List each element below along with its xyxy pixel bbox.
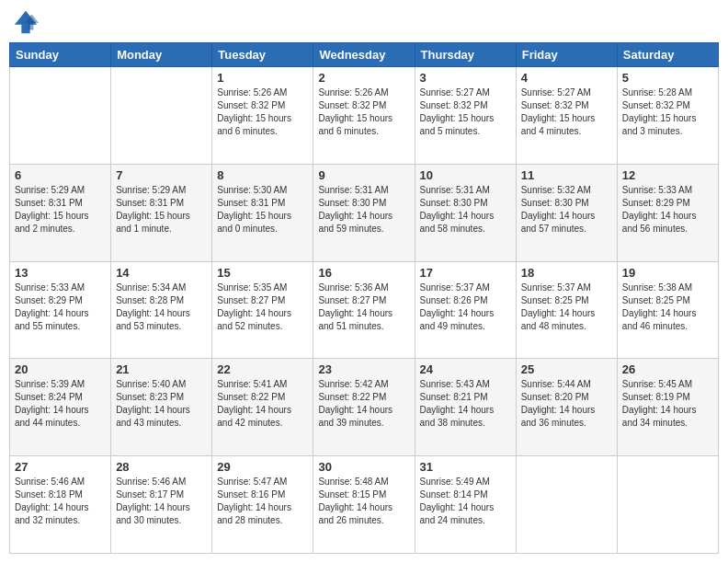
day-number: 31 <box>420 460 511 474</box>
day-number: 24 <box>420 362 511 376</box>
day-number: 7 <box>116 168 207 182</box>
day-number: 4 <box>521 71 612 85</box>
day-detail: Sunrise: 5:46 AM Sunset: 8:17 PM Dayligh… <box>116 476 207 527</box>
calendar-cell: 28Sunrise: 5:46 AM Sunset: 8:17 PM Dayli… <box>111 456 212 554</box>
day-detail: Sunrise: 5:43 AM Sunset: 8:21 PM Dayligh… <box>420 378 511 430</box>
calendar-cell: 2Sunrise: 5:26 AM Sunset: 8:32 PM Daylig… <box>313 67 415 165</box>
day-detail: Sunrise: 5:47 AM Sunset: 8:16 PM Dayligh… <box>217 476 308 527</box>
day-detail: Sunrise: 5:41 AM Sunset: 8:22 PM Dayligh… <box>217 378 308 430</box>
calendar-cell: 18Sunrise: 5:37 AM Sunset: 8:25 PM Dayli… <box>516 261 617 359</box>
day-number: 6 <box>15 168 106 182</box>
day-detail: Sunrise: 5:34 AM Sunset: 8:28 PM Dayligh… <box>116 282 207 333</box>
day-detail: Sunrise: 5:44 AM Sunset: 8:20 PM Dayligh… <box>521 378 612 430</box>
calendar-header-saturday: Saturday <box>617 43 718 67</box>
calendar-cell: 17Sunrise: 5:37 AM Sunset: 8:26 PM Dayli… <box>415 261 516 359</box>
calendar-header-sunday: Sunday <box>10 43 111 67</box>
day-number: 23 <box>318 362 409 376</box>
calendar-cell: 16Sunrise: 5:36 AM Sunset: 8:27 PM Dayli… <box>313 261 415 359</box>
day-number: 10 <box>420 168 511 182</box>
calendar-cell: 15Sunrise: 5:35 AM Sunset: 8:27 PM Dayli… <box>212 261 313 359</box>
calendar-cell: 22Sunrise: 5:41 AM Sunset: 8:22 PM Dayli… <box>212 359 313 456</box>
calendar-cell: 8Sunrise: 5:30 AM Sunset: 8:31 PM Daylig… <box>212 164 313 261</box>
day-detail: Sunrise: 5:33 AM Sunset: 8:29 PM Dayligh… <box>622 184 713 236</box>
calendar-week-4: 20Sunrise: 5:39 AM Sunset: 8:24 PM Dayli… <box>10 359 719 456</box>
calendar-cell: 10Sunrise: 5:31 AM Sunset: 8:30 PM Dayli… <box>415 164 516 261</box>
day-detail: Sunrise: 5:32 AM Sunset: 8:30 PM Dayligh… <box>521 184 612 236</box>
day-detail: Sunrise: 5:46 AM Sunset: 8:18 PM Dayligh… <box>15 476 106 527</box>
day-number: 3 <box>420 71 511 85</box>
calendar-header-friday: Friday <box>516 43 617 67</box>
calendar-header-row: SundayMondayTuesdayWednesdayThursdayFrid… <box>10 43 719 67</box>
day-detail: Sunrise: 5:36 AM Sunset: 8:27 PM Dayligh… <box>318 282 409 333</box>
day-number: 8 <box>217 168 308 182</box>
day-number: 2 <box>318 71 409 85</box>
calendar-cell: 23Sunrise: 5:42 AM Sunset: 8:22 PM Dayli… <box>313 359 415 456</box>
day-number: 21 <box>116 362 207 376</box>
calendar-cell <box>111 67 212 165</box>
calendar-cell: 11Sunrise: 5:32 AM Sunset: 8:30 PM Dayli… <box>516 164 617 261</box>
day-detail: Sunrise: 5:45 AM Sunset: 8:19 PM Dayligh… <box>622 378 713 430</box>
header <box>9 9 719 35</box>
calendar-cell: 31Sunrise: 5:49 AM Sunset: 8:14 PM Dayli… <box>415 456 516 554</box>
day-detail: Sunrise: 5:26 AM Sunset: 8:32 PM Dayligh… <box>318 86 409 138</box>
calendar-cell: 21Sunrise: 5:40 AM Sunset: 8:23 PM Dayli… <box>111 359 212 456</box>
calendar-cell: 14Sunrise: 5:34 AM Sunset: 8:28 PM Dayli… <box>111 261 212 359</box>
day-number: 12 <box>622 168 713 182</box>
calendar-cell: 5Sunrise: 5:28 AM Sunset: 8:32 PM Daylig… <box>617 67 718 165</box>
calendar-cell: 20Sunrise: 5:39 AM Sunset: 8:24 PM Dayli… <box>10 359 111 456</box>
day-detail: Sunrise: 5:30 AM Sunset: 8:31 PM Dayligh… <box>217 184 308 236</box>
day-detail: Sunrise: 5:27 AM Sunset: 8:32 PM Dayligh… <box>521 86 612 138</box>
day-number: 18 <box>521 266 612 280</box>
calendar-cell <box>10 67 111 165</box>
day-number: 20 <box>15 362 106 376</box>
calendar-week-1: 1Sunrise: 5:26 AM Sunset: 8:32 PM Daylig… <box>10 67 719 165</box>
day-detail: Sunrise: 5:28 AM Sunset: 8:32 PM Dayligh… <box>622 86 713 138</box>
day-detail: Sunrise: 5:29 AM Sunset: 8:31 PM Dayligh… <box>116 184 207 236</box>
day-number: 1 <box>217 71 308 85</box>
day-detail: Sunrise: 5:42 AM Sunset: 8:22 PM Dayligh… <box>318 378 409 430</box>
day-detail: Sunrise: 5:33 AM Sunset: 8:29 PM Dayligh… <box>15 282 106 333</box>
day-number: 22 <box>217 362 308 376</box>
calendar-cell: 27Sunrise: 5:46 AM Sunset: 8:18 PM Dayli… <box>10 456 111 554</box>
day-number: 16 <box>318 266 409 280</box>
day-detail: Sunrise: 5:26 AM Sunset: 8:32 PM Dayligh… <box>217 86 308 138</box>
day-number: 28 <box>116 460 207 474</box>
day-number: 17 <box>420 266 511 280</box>
day-number: 9 <box>318 168 409 182</box>
calendar-cell: 1Sunrise: 5:26 AM Sunset: 8:32 PM Daylig… <box>212 67 313 165</box>
calendar-header-tuesday: Tuesday <box>212 43 313 67</box>
day-detail: Sunrise: 5:27 AM Sunset: 8:32 PM Dayligh… <box>420 86 511 138</box>
calendar-cell: 26Sunrise: 5:45 AM Sunset: 8:19 PM Dayli… <box>617 359 718 456</box>
calendar-cell: 30Sunrise: 5:48 AM Sunset: 8:15 PM Dayli… <box>313 456 415 554</box>
calendar-header-monday: Monday <box>111 43 212 67</box>
day-detail: Sunrise: 5:39 AM Sunset: 8:24 PM Dayligh… <box>15 378 106 430</box>
day-detail: Sunrise: 5:35 AM Sunset: 8:27 PM Dayligh… <box>217 282 308 333</box>
calendar-week-2: 6Sunrise: 5:29 AM Sunset: 8:31 PM Daylig… <box>10 164 719 261</box>
calendar-cell: 3Sunrise: 5:27 AM Sunset: 8:32 PM Daylig… <box>415 67 516 165</box>
day-number: 27 <box>15 460 106 474</box>
day-number: 30 <box>318 460 409 474</box>
day-number: 25 <box>521 362 612 376</box>
calendar-cell: 12Sunrise: 5:33 AM Sunset: 8:29 PM Dayli… <box>617 164 718 261</box>
calendar-cell: 4Sunrise: 5:27 AM Sunset: 8:32 PM Daylig… <box>516 67 617 165</box>
day-detail: Sunrise: 5:37 AM Sunset: 8:25 PM Dayligh… <box>521 282 612 333</box>
day-detail: Sunrise: 5:49 AM Sunset: 8:14 PM Dayligh… <box>420 476 511 527</box>
day-detail: Sunrise: 5:31 AM Sunset: 8:30 PM Dayligh… <box>318 184 409 236</box>
calendar-cell: 6Sunrise: 5:29 AM Sunset: 8:31 PM Daylig… <box>10 164 111 261</box>
day-detail: Sunrise: 5:48 AM Sunset: 8:15 PM Dayligh… <box>318 476 409 527</box>
calendar-cell: 9Sunrise: 5:31 AM Sunset: 8:30 PM Daylig… <box>313 164 415 261</box>
logo-icon <box>13 9 39 35</box>
calendar-cell: 24Sunrise: 5:43 AM Sunset: 8:21 PM Dayli… <box>415 359 516 456</box>
calendar-week-5: 27Sunrise: 5:46 AM Sunset: 8:18 PM Dayli… <box>10 456 719 554</box>
day-number: 15 <box>217 266 308 280</box>
day-number: 14 <box>116 266 207 280</box>
logo <box>13 9 42 35</box>
day-number: 29 <box>217 460 308 474</box>
day-detail: Sunrise: 5:31 AM Sunset: 8:30 PM Dayligh… <box>420 184 511 236</box>
day-detail: Sunrise: 5:40 AM Sunset: 8:23 PM Dayligh… <box>116 378 207 430</box>
day-number: 13 <box>15 266 106 280</box>
calendar-cell: 29Sunrise: 5:47 AM Sunset: 8:16 PM Dayli… <box>212 456 313 554</box>
calendar-cell: 7Sunrise: 5:29 AM Sunset: 8:31 PM Daylig… <box>111 164 212 261</box>
calendar-week-3: 13Sunrise: 5:33 AM Sunset: 8:29 PM Dayli… <box>10 261 719 359</box>
day-detail: Sunrise: 5:37 AM Sunset: 8:26 PM Dayligh… <box>420 282 511 333</box>
